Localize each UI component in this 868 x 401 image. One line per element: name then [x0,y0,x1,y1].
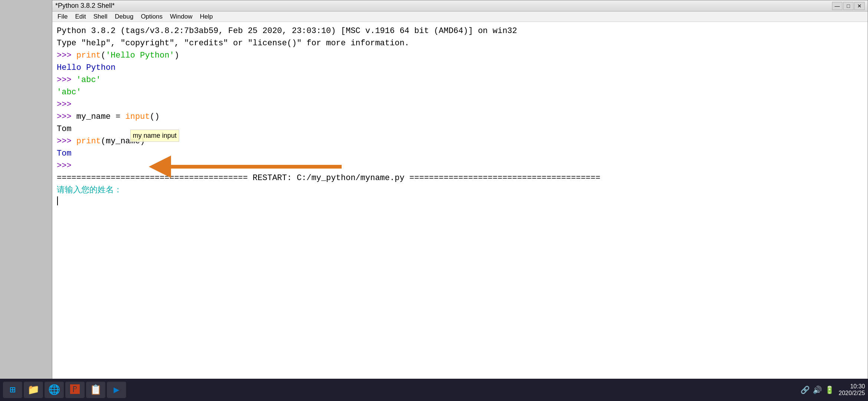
notes-button[interactable]: 📋 [86,382,105,398]
help-text: Type "help", "copyright", "credits" [57,37,233,49]
abc-string: 'abc' [76,74,101,86]
taskbar-right: 🔗 🔊 🔋 10:30 2020/2/25 [800,383,865,397]
cmd-print-hello: >>> print('Hello Python') [57,49,863,62]
separator-text: ======================================= … [57,172,600,184]
powerpoint-button[interactable]: 🅿 [65,382,85,398]
cursor-line[interactable] [57,196,863,205]
menu-options[interactable]: Options [137,12,167,21]
prompt-after-tom: >>> [57,160,863,172]
prompt-4: >>> [57,111,76,123]
prompt-6: >>> [57,160,76,172]
prompt-1: >>> [57,49,76,62]
license-text: "license()" for more information. [243,37,410,49]
notes-icon: 📋 [90,384,102,396]
output-abc: 'abc' [57,86,863,98]
tom-output: Tom [57,147,863,160]
shell-content[interactable]: Python 3.8.2 (tags/v3.8.2:7b3ab59, Feb 2… [52,22,868,390]
cmd-abc: >>> 'abc' [57,74,863,86]
title-bar: *Python 3.8.2 Shell* — □ ✕ [52,0,868,12]
restart-separator: ======================================= … [57,172,863,184]
menu-edit[interactable]: Edit [71,12,89,21]
prompt-3: >>> [57,98,76,111]
windows-icon: ⊞ [10,384,16,396]
time-display: 10:30 2020/2/25 [839,383,865,397]
window-title: *Python 3.8.2 Shell* [55,2,115,10]
output-hello: Hello Python [57,62,863,74]
menu-bar: File Edit Shell Debug Options Window Hel… [52,12,868,22]
menu-help[interactable]: Help [196,12,217,21]
input-keyword: input [125,111,150,123]
chinese-input-prompt: 请输入您的姓名： [57,184,863,196]
browser-icon: 🌐 [48,384,60,396]
tom-input-1: Tom [57,123,863,135]
ppt-icon: 🅿 [70,384,80,396]
browser-button[interactable]: 🌐 [45,382,64,398]
hello-python-output: Hello Python [57,62,115,74]
vscode-icon: ▶ [114,384,119,396]
menu-debug[interactable]: Debug [111,12,137,21]
version-line: Python 3.8.2 (tags/v3.8.2:7b3ab59, Feb 2… [57,25,863,37]
print-name-parens: (my_name) [101,135,145,147]
menu-window[interactable]: Window [166,12,196,21]
or-text: or [233,37,243,49]
blank-prompt: >>> [57,98,863,111]
clock-date: 2020/2/25 [839,390,865,397]
paren-close-1: ) [174,49,179,62]
vscode-button[interactable]: ▶ [107,382,126,398]
taskbar: ⊞ 📁 🌐 🅿 📋 ▶ 🔗 🔊 🔋 10:30 2020/2/25 [0,379,868,401]
help-line: Type "help", "copyright", "credits" or "… [57,37,863,49]
prompt-2: >>> [57,74,76,86]
start-button[interactable]: ⊞ [3,382,22,398]
python-shell-window: *Python 3.8.2 Shell* — □ ✕ File Edit She… [52,0,868,401]
volume-icon: 🔊 [813,385,822,394]
print-keyword-1: print [76,49,101,62]
minimize-button[interactable]: — [832,2,842,10]
chinese-prompt-text: 请输入您的姓名： [57,184,122,196]
window-controls: — □ ✕ [832,2,865,10]
cmd-input: >>> my_name = input() [57,111,863,123]
folder-icon: 📁 [27,384,39,396]
close-button[interactable]: ✕ [854,2,865,10]
system-tray-icons: 🔗 🔊 🔋 [800,385,834,394]
tom-text-1: Tom [57,123,72,135]
paren-open-1: ( [101,49,106,62]
text-cursor [57,196,58,205]
string-hello: 'Hello Python' [106,49,174,62]
maximize-button[interactable]: □ [843,2,854,10]
network-icon: 🔗 [800,385,810,394]
clock-time: 10:30 [839,383,865,390]
battery-icon: 🔋 [825,385,834,394]
menu-file[interactable]: File [54,12,71,21]
version-text: Python 3.8.2 (tags/v3.8.2:7b3ab59, Feb 2… [57,25,517,37]
myname-var: my_name = [76,111,125,123]
prompt-5: >>> [57,135,76,147]
tom-text-2: Tom [57,147,72,160]
input-parens: () [150,111,160,123]
menu-shell[interactable]: Shell [90,12,111,21]
cmd-print-name: >>> print(my_name) [57,135,863,147]
file-explorer-button[interactable]: 📁 [24,382,43,398]
abc-output: 'abc' [57,86,81,98]
print-keyword-2: print [76,135,101,147]
